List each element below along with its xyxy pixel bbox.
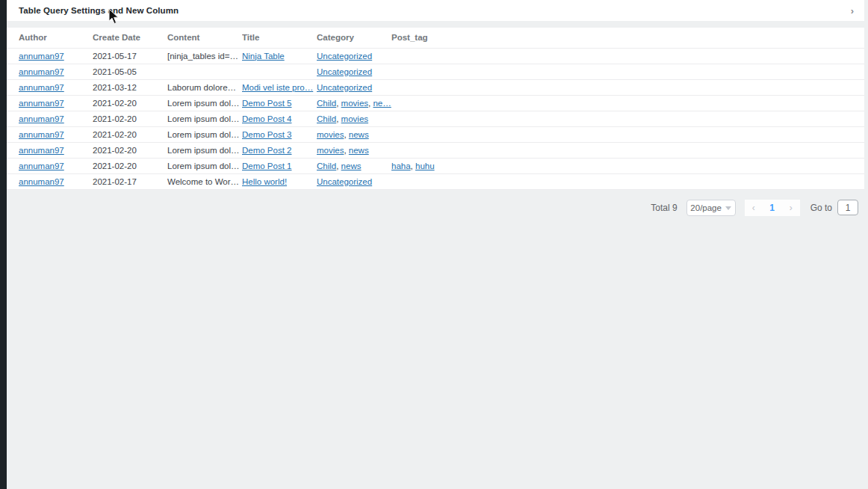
post-title-link[interactable]: Hello world!	[242, 177, 287, 186]
category-link[interactable]: movies	[341, 114, 368, 123]
table-row: annuman972021-05-17[ninja_tables id=…Nin…	[7, 48, 864, 64]
settings-panel-header[interactable]: Table Query Settings and New Column ›	[7, 0, 864, 21]
category-cell: Uncategorized	[317, 64, 391, 79]
goto-page-input[interactable]	[837, 200, 858, 215]
category-cell: Uncategorized	[317, 48, 391, 64]
create-date-cell: 2021-05-17	[93, 48, 167, 64]
author-link[interactable]: annuman97	[19, 52, 64, 61]
author-link[interactable]: annuman97	[19, 83, 64, 92]
category-cell: Child, movies, ne…	[317, 95, 391, 111]
category-link[interactable]: news	[341, 162, 362, 170]
post-tag-cell	[391, 64, 864, 79]
category-link[interactable]: movies	[341, 99, 368, 108]
post-tag-cell	[391, 95, 864, 111]
table-row: annuman972021-02-20Lorem ipsum dol…Demo …	[7, 111, 864, 126]
author-cell: annuman97	[7, 158, 93, 173]
author-link[interactable]: annuman97	[19, 99, 64, 108]
category-cell: Uncategorized	[317, 173, 391, 189]
table-row: annuman972021-02-17Welcome to Wor…Hello …	[7, 173, 864, 189]
content-cell: Lorem ipsum dol…	[167, 111, 242, 126]
author-cell: annuman97	[7, 48, 93, 64]
content-cell: Lorem ipsum dol…	[167, 95, 242, 111]
table-row: annuman972021-02-20Lorem ipsum dol…Demo …	[7, 95, 864, 111]
author-cell: annuman97	[7, 79, 93, 95]
create-date-cell: 2021-03-12	[93, 79, 167, 95]
author-link[interactable]: annuman97	[19, 177, 64, 186]
page-number-1[interactable]: 1	[763, 200, 782, 216]
post-tag-cell	[391, 142, 864, 158]
table-row: annuman972021-02-20Lorem ipsum dol…Demo …	[7, 158, 864, 173]
content-cell: Laborum dolore…	[167, 79, 242, 95]
column-header-title: Title	[242, 28, 317, 48]
settings-panel-title: Table Query Settings and New Column	[19, 6, 179, 15]
post-title-link[interactable]: Modi vel iste pro…	[242, 83, 313, 92]
category-link[interactable]: Child	[317, 99, 336, 108]
author-link[interactable]: annuman97	[19, 162, 64, 170]
title-cell: Demo Post 3	[242, 126, 317, 142]
create-date-cell: 2021-02-20	[93, 142, 167, 158]
author-cell: annuman97	[7, 95, 93, 111]
category-link[interactable]: movies	[317, 146, 344, 155]
title-cell: Demo Post 5	[242, 95, 317, 111]
category-link[interactable]: movies	[317, 130, 344, 139]
category-link[interactable]: Uncategorized	[317, 83, 372, 92]
title-cell: Modi vel iste pro…	[242, 79, 317, 95]
prev-page-button[interactable]: ‹	[745, 200, 763, 216]
create-date-cell: 2021-02-20	[93, 111, 167, 126]
column-header-post-tag: Post_tag	[391, 28, 864, 48]
category-cell: Child, news	[317, 158, 391, 173]
post-title-link[interactable]: Ninja Table	[242, 52, 285, 61]
content-cell: Lorem ipsum dol…	[167, 158, 242, 173]
category-link[interactable]: Child	[317, 114, 336, 123]
pagination-total: Total 9	[651, 203, 677, 213]
category-link[interactable]: news	[349, 130, 369, 139]
author-link[interactable]: annuman97	[19, 130, 64, 139]
title-cell: Demo Post 1	[242, 158, 317, 173]
post-tag-link[interactable]: huhu	[415, 162, 435, 170]
category-cell: Uncategorized	[317, 79, 391, 95]
category-link[interactable]: Uncategorized	[317, 177, 372, 186]
post-tag-cell	[391, 79, 864, 95]
post-tag-cell	[391, 111, 864, 126]
posts-table-card: AuthorCreate DateContentTitleCategoryPos…	[7, 28, 864, 190]
pager: ‹ 1 ›	[745, 200, 800, 216]
post-title-link[interactable]: Demo Post 2	[242, 146, 291, 155]
post-tag-link[interactable]: haha	[391, 162, 411, 170]
page-size-select[interactable]: 20/page	[686, 200, 736, 216]
table-row: annuman972021-02-20Lorem ipsum dol…Demo …	[7, 126, 864, 142]
create-date-cell: 2021-02-20	[93, 158, 167, 173]
category-cell: movies, news	[317, 142, 391, 158]
author-link[interactable]: annuman97	[19, 67, 64, 76]
author-link[interactable]: annuman97	[19, 114, 64, 123]
author-link[interactable]: annuman97	[19, 146, 64, 155]
author-cell: annuman97	[7, 111, 93, 126]
author-cell: annuman97	[7, 64, 93, 79]
table-row: annuman972021-05-05Uncategorized	[7, 64, 864, 79]
post-title-link[interactable]: Demo Post 3	[242, 130, 291, 139]
category-link[interactable]: Child	[317, 162, 336, 170]
title-cell: Demo Post 4	[242, 111, 317, 126]
caret-down-icon	[725, 206, 731, 210]
pagination-bar: Total 9 20/page ‹ 1 › Go to	[7, 199, 864, 217]
post-title-link[interactable]: Demo Post 5	[242, 99, 291, 108]
next-page-button[interactable]: ›	[782, 200, 800, 216]
content-cell: Lorem ipsum dol…	[167, 142, 242, 158]
posts-table: AuthorCreate DateContentTitleCategoryPos…	[7, 28, 864, 190]
content-cell: Welcome to Wor…	[167, 173, 242, 189]
title-cell: Ninja Table	[242, 48, 317, 64]
content-cell	[167, 64, 242, 79]
category-link[interactable]: Uncategorized	[317, 52, 372, 61]
category-link[interactable]: Uncategorized	[317, 67, 372, 76]
category-link[interactable]: ne…	[373, 99, 391, 108]
column-header-author: Author	[7, 28, 93, 48]
post-title-link[interactable]: Demo Post 4	[242, 114, 291, 123]
page-size-value: 20/page	[690, 203, 722, 212]
category-cell: Child, movies	[317, 111, 391, 126]
column-header-category: Category	[317, 28, 391, 48]
admin-sidebar-strip	[0, 0, 7, 489]
chevron-right-icon[interactable]: ›	[851, 6, 854, 16]
category-link[interactable]: news	[349, 146, 369, 155]
post-title-link[interactable]: Demo Post 1	[242, 162, 291, 170]
column-header-content: Content	[167, 28, 242, 48]
create-date-cell: 2021-02-20	[93, 126, 167, 142]
